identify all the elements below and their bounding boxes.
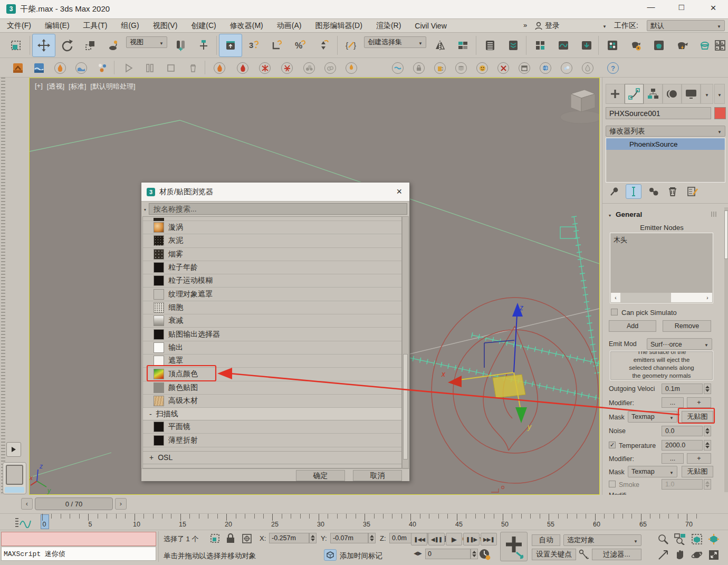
select-and-manipulate-button[interactable]: [192, 34, 215, 57]
more-tabs-arrow[interactable]: [714, 84, 725, 104]
water-helper-button[interactable]: [74, 61, 89, 75]
frame-spinner[interactable]: [471, 549, 478, 559]
add-time-tag[interactable]: 添加时间标记: [340, 551, 382, 561]
hierarchy-tab[interactable]: [644, 84, 663, 104]
schematic-view-button[interactable]: [575, 34, 598, 57]
zoom-all-icon[interactable]: [672, 532, 688, 546]
mirror-button[interactable]: [428, 34, 452, 57]
dialog-scrollbar-thumb[interactable]: [403, 354, 408, 459]
map-item-texture-mask[interactable]: 纹理对象遮罩: [143, 288, 401, 301]
help-button[interactable]: ?: [606, 61, 620, 75]
create-tab[interactable]: [606, 84, 625, 104]
general-rollout-header[interactable]: General: [608, 210, 642, 218]
edit-named-selections-button[interactable]: {}: [340, 34, 363, 57]
modifier-add-button-2[interactable]: +: [687, 453, 711, 464]
menu-file[interactable]: 文件(F): [0, 19, 38, 33]
key-step-toggle[interactable]: ◀▶: [413, 550, 423, 556]
menu-tools[interactable]: 工具(T): [76, 19, 114, 33]
object-name-field[interactable]: [606, 107, 711, 119]
map-item-smoke[interactable]: 烟雾: [143, 248, 401, 261]
menu-civil-view[interactable]: Civil View: [408, 19, 453, 33]
menu-overflow-chevron[interactable]: »: [523, 21, 527, 29]
sign-in-dropdown-arrow[interactable]: [602, 22, 607, 30]
map-item-swirl[interactable]: 漩涡: [143, 221, 401, 234]
maximize-viewport-icon[interactable]: [706, 548, 722, 562]
use-pivot-center-button[interactable]: [169, 34, 192, 57]
map-item-cellular[interactable]: 细胞: [143, 301, 401, 314]
show-end-result-icon[interactable]: [626, 184, 641, 199]
go-to-end-button[interactable]: ▶▶❚: [481, 533, 497, 545]
menu-modifiers[interactable]: 修改器(M): [223, 19, 270, 33]
mini-viewport-button[interactable]: [3, 462, 26, 494]
hscroll-left-arrow[interactable]: ‹: [611, 293, 620, 302]
no-map-button-1[interactable]: 无贴图: [682, 411, 713, 423]
y-coord-field[interactable]: [330, 533, 368, 543]
emit-mode-dropdown[interactable]: Surf⋯orce: [647, 338, 712, 350]
fire-helper-button[interactable]: [53, 61, 68, 75]
map-item-color-map[interactable]: 颜色贴图: [143, 381, 401, 395]
y-coord-input[interactable]: [333, 534, 366, 542]
modifier-browse-button-1[interactable]: ...: [662, 397, 684, 408]
utilities-tab[interactable]: [701, 84, 713, 104]
toggle-scene-explorer-button[interactable]: [478, 34, 502, 57]
map-item-thin-wall[interactable]: 薄壁折射: [143, 434, 401, 447]
preview-window-button[interactable]: [517, 61, 532, 75]
reference-coordinate-dropdown[interactable]: 视图: [126, 36, 167, 48]
viewport-menu-shading[interactable]: [默认明暗处理]: [90, 82, 135, 91]
ball-preset-button[interactable]: [538, 61, 553, 75]
emitter-nodes-list[interactable]: 木头 ‹ ›: [610, 233, 713, 303]
emitter-node-item[interactable]: 木头: [610, 233, 713, 247]
viewport-menu-general[interactable]: [+]: [35, 82, 43, 91]
outgoing-velocity-field[interactable]: 0.1m: [662, 384, 703, 394]
stop-simulation-button[interactable]: [164, 61, 178, 75]
curve-editor-button[interactable]: [552, 34, 575, 57]
y-coord-spinner[interactable]: [368, 533, 376, 543]
smoke-field[interactable]: 1.0: [662, 479, 703, 490]
macro-recorder-field[interactable]: [1, 532, 156, 546]
add-button[interactable]: Add: [609, 320, 656, 332]
zoom-icon[interactable]: [655, 532, 671, 546]
search-options-arrow[interactable]: [142, 206, 148, 212]
candle-fx-button[interactable]: [344, 61, 359, 75]
play-button[interactable]: ▶: [446, 533, 462, 545]
remove-button[interactable]: Remove: [663, 320, 711, 332]
display-tab[interactable]: [682, 84, 701, 104]
snap-toggle-button[interactable]: [219, 34, 242, 57]
close-button[interactable]: ×: [703, 2, 724, 17]
sign-in-label[interactable]: 登录: [545, 21, 560, 31]
align-button[interactable]: [452, 34, 475, 57]
cloud-fx-button[interactable]: [323, 61, 338, 75]
toggle-layer-explorer-button[interactable]: [502, 34, 525, 57]
face-fx-button[interactable]: [475, 61, 490, 75]
dialog-scrollbar[interactable]: [402, 216, 409, 468]
panel-scrollbar[interactable]: [724, 207, 728, 492]
map-item-mask[interactable]: 遮罩: [143, 355, 401, 368]
lock-fx-button[interactable]: [411, 61, 426, 75]
rollout-grip[interactable]: [711, 212, 717, 217]
make-unique-icon[interactable]: [646, 184, 662, 199]
material-editor-button[interactable]: [601, 34, 624, 57]
temperature-spinner[interactable]: [704, 440, 711, 451]
set-keys-button[interactable]: 设置关键点: [532, 549, 576, 560]
smoke-fx-button[interactable]: [302, 61, 317, 75]
rotate-button[interactable]: [55, 34, 79, 57]
hscroll-right-arrow[interactable]: ›: [703, 293, 712, 302]
map-item-output-selector[interactable]: 贴图输出选择器: [143, 328, 401, 341]
section-osl[interactable]: +OSL: [143, 452, 401, 464]
pan-hand-icon[interactable]: [672, 548, 688, 562]
map-item-flat-mirror[interactable]: 平面镜: [143, 420, 401, 434]
minimize-button[interactable]: —: [640, 2, 662, 17]
key-filters-button[interactable]: 过滤器...: [592, 549, 641, 560]
stack-item-phoenixsource[interactable]: PhoenixSource: [606, 138, 725, 150]
current-frame-field[interactable]: [425, 549, 471, 559]
ortho-snap-button[interactable]: [265, 34, 289, 57]
transform-gizmo-icon[interactable]: [242, 533, 252, 544]
x-coord-spinner[interactable]: [309, 533, 317, 543]
delete-cache-button[interactable]: [186, 61, 200, 75]
set-key-big-button[interactable]: [500, 532, 528, 561]
emitter-list-hscroll[interactable]: ‹ ›: [611, 293, 712, 302]
map-item-output[interactable]: 输出: [143, 341, 401, 355]
fire-preset-button[interactable]: [11, 61, 25, 75]
zoom-extents-icon[interactable]: [689, 532, 705, 546]
selection-region-button[interactable]: [4, 34, 27, 57]
